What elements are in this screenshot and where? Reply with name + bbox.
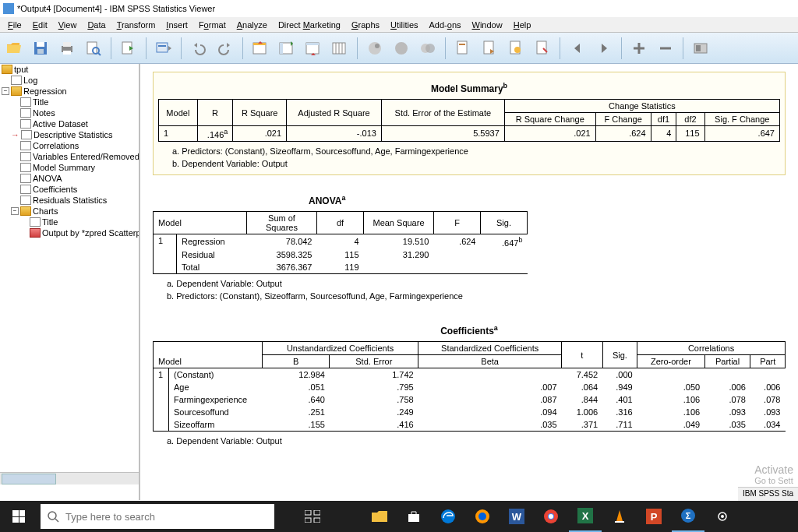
doc1-icon[interactable]: [452, 37, 474, 59]
col-r: R: [197, 100, 233, 126]
nav-left-icon[interactable]: [567, 37, 588, 59]
goto-case-icon[interactable]: [276, 37, 298, 59]
dialog-recall-icon[interactable]: [153, 37, 175, 59]
nav-reg-correlations[interactable]: Correlations: [0, 140, 139, 151]
menu-view[interactable]: View: [54, 19, 82, 30]
nav-reg-coefficients[interactable]: Coefficients: [0, 184, 139, 195]
col-ms: Mean Square: [364, 211, 434, 234]
firefox-icon[interactable]: [466, 501, 499, 532]
task-view-icon[interactable]: [296, 501, 329, 532]
col-unstd: Unstandardized Coefficients: [263, 342, 418, 355]
nav-regression[interactable]: −Regression: [0, 86, 139, 97]
vlc-icon[interactable]: [603, 501, 636, 532]
doc2-icon[interactable]: [478, 37, 500, 59]
table-row: 1 (Constant) 12.984 1.742 7.452 .000: [154, 368, 786, 382]
nav-reg-residuals[interactable]: Residuals Statistics: [0, 195, 139, 206]
menu-addons[interactable]: Add-ons: [425, 19, 466, 30]
svg-rect-17: [306, 43, 319, 45]
collapse-icon[interactable]: −: [2, 87, 9, 95]
nav-charts-title[interactable]: Title: [0, 217, 139, 227]
chrome-icon[interactable]: [535, 501, 567, 532]
goto-data-icon[interactable]: [249, 37, 271, 59]
chart3-icon[interactable]: [417, 37, 439, 59]
doc4-icon[interactable]: [531, 37, 553, 59]
content-viewer[interactable]: Model Summaryb Model R R Square Adjusted…: [140, 64, 798, 500]
col-t: t: [562, 342, 603, 368]
start-button[interactable]: [3, 501, 34, 532]
svg-rect-37: [696, 45, 701, 51]
windows-icon: [12, 510, 25, 523]
coefficients-table: Model Unstandardized Coefficients Standa…: [153, 341, 786, 432]
nav-output-root[interactable]: tput: [0, 64, 139, 75]
chart1-icon[interactable]: [364, 37, 386, 59]
nav-reg-descriptive[interactable]: →Descriptive Statistics: [0, 129, 139, 140]
chart2-icon[interactable]: [390, 37, 412, 59]
spss-icon[interactable]: Σ: [672, 501, 704, 532]
menu-window[interactable]: Window: [468, 19, 507, 30]
col-std-error: Std. Error of the Estimate: [381, 100, 504, 126]
nav-reg-charts[interactable]: −Charts: [0, 206, 139, 217]
model-summary-title: Model Summaryb: [158, 82, 780, 94]
menu-data[interactable]: Data: [83, 19, 110, 30]
nav-reg-notes[interactable]: Notes: [0, 107, 139, 118]
zoom-in-icon[interactable]: [628, 37, 650, 59]
nav-charts-scatter[interactable]: Output by *zpred Scatterp: [0, 227, 139, 238]
nav-label: Coefficients: [33, 185, 77, 194]
svg-rect-42: [305, 518, 311, 523]
nav-reg-title[interactable]: Title: [0, 97, 139, 107]
save-icon[interactable]: [30, 37, 51, 59]
print-icon[interactable]: [56, 37, 78, 59]
zoom-out-icon[interactable]: [655, 37, 676, 59]
open-icon[interactable]: [3, 37, 25, 59]
search-input[interactable]: [65, 511, 268, 523]
nav-label: Correlations: [33, 141, 79, 150]
coefficients-title: Coefficientsa: [153, 324, 786, 336]
menu-utilities[interactable]: Utilities: [386, 19, 422, 30]
export-icon[interactable]: [118, 37, 139, 59]
menu-file[interactable]: File: [3, 19, 26, 30]
col-part: Part: [750, 355, 786, 368]
excel-icon[interactable]: X: [569, 501, 602, 532]
menu-graphs[interactable]: Graphs: [347, 19, 384, 30]
nav-reg-anova[interactable]: ANOVA: [0, 173, 139, 184]
nav-right-icon[interactable]: [593, 37, 615, 59]
preview-icon[interactable]: [83, 37, 104, 59]
nav-reg-active-dataset[interactable]: Active Dataset: [0, 118, 139, 129]
variables-icon[interactable]: [302, 37, 324, 59]
nav-horizontal-scrollbar[interactable]: [0, 472, 139, 484]
nav-reg-variables[interactable]: Variables Entered/Removed: [0, 151, 139, 162]
menu-help[interactable]: Help: [509, 19, 536, 30]
footnote-a: a. Dependent Variable: Output: [153, 435, 786, 447]
menu-analyze[interactable]: Analyze: [232, 19, 272, 30]
redo-icon[interactable]: [214, 37, 236, 59]
select-cases-icon[interactable]: [329, 37, 351, 59]
col-se: Std. Error: [330, 355, 418, 368]
menu-direct-marketing[interactable]: Direct Marketing: [274, 19, 345, 30]
menu-format[interactable]: Format: [194, 19, 231, 30]
nav-reg-model-summary[interactable]: Model Summary: [0, 162, 139, 173]
menu-insert[interactable]: Insert: [161, 19, 192, 30]
nav-log[interactable]: Log: [0, 75, 139, 86]
doc3-icon[interactable]: [505, 37, 527, 59]
settings-icon[interactable]: [706, 501, 739, 532]
scrollbar-thumb[interactable]: [2, 474, 56, 484]
menu-edit[interactable]: Edit: [28, 19, 52, 30]
undo-icon[interactable]: [188, 37, 210, 59]
outline-panel[interactable]: tput Log −Regression Title Notes Active …: [0, 64, 140, 500]
edge-icon[interactable]: [432, 501, 464, 532]
footnote-a: a. Dependent Variable: Output: [153, 277, 786, 290]
word-icon[interactable]: W: [500, 501, 533, 532]
window-title: *Output4 [Document4] - IBM SPSS Statisti…: [17, 4, 215, 13]
store-icon[interactable]: [397, 501, 430, 532]
collapse-icon[interactable]: −: [11, 207, 19, 215]
search-box[interactable]: [41, 504, 274, 529]
powerpoint-icon[interactable]: P: [637, 501, 670, 532]
col-df: df: [317, 211, 364, 234]
svg-rect-32: [537, 41, 546, 54]
file-explorer-icon[interactable]: [363, 501, 396, 532]
svg-point-31: [514, 47, 521, 53]
svg-rect-43: [314, 518, 320, 523]
model-summary-block[interactable]: Model Summaryb Model R R Square Adjusted…: [153, 72, 786, 175]
designate-icon[interactable]: [690, 37, 711, 59]
menu-transform[interactable]: Transform: [112, 19, 161, 30]
